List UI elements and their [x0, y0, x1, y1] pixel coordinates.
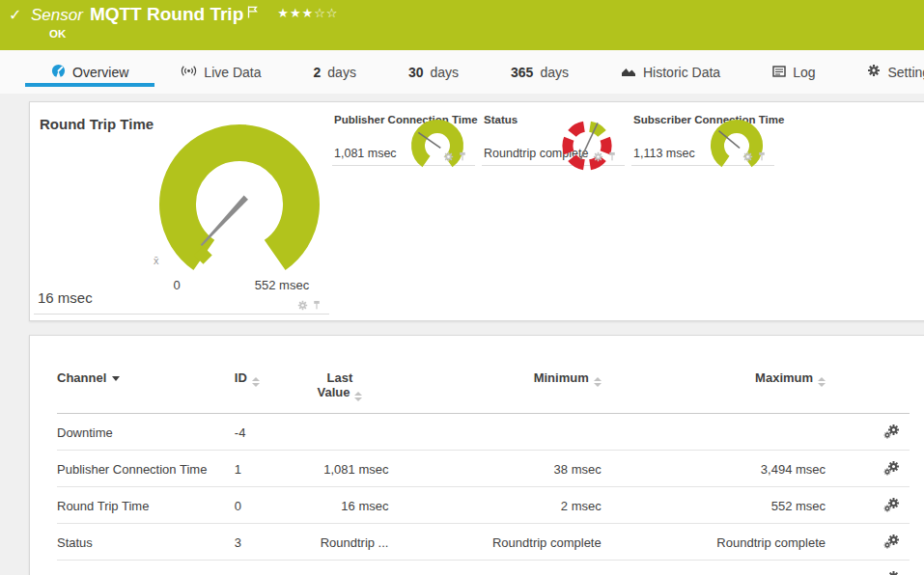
- status-ok-check-icon: ✓: [9, 6, 21, 24]
- table-header-row: Channel ID LastValue Minimum Maximum: [57, 370, 910, 414]
- channel-settings-icon[interactable]: [883, 534, 900, 548]
- gauge-max-label: 552 msec: [240, 278, 323, 292]
- gauge-value: 1,081 msec: [334, 147, 397, 160]
- channel-maximum: Roundtrip complete: [602, 524, 826, 561]
- status-gauge: [559, 116, 615, 172]
- channel-last-value: 1,081 msec: [291, 451, 388, 487]
- column-header-id[interactable]: ID: [235, 370, 292, 414]
- sort-icon: [818, 377, 826, 387]
- gauge-round-trip-time: Round Trip Time x̄ 0 552 msec 16 msec: [34, 106, 329, 315]
- gauge-value: 16 msec: [38, 289, 93, 306]
- tab-number: 30: [408, 65, 424, 80]
- subscriber-gauge: [709, 116, 765, 172]
- channels-table: Channel ID LastValue Minimum Maximum Dow…: [57, 370, 910, 575]
- column-header-last-value[interactable]: LastValue: [291, 370, 388, 414]
- sensor-kind-label: Sensor: [31, 4, 83, 25]
- channel-settings-icon[interactable]: [883, 460, 900, 475]
- mean-marker: x̄: [154, 255, 159, 266]
- gear-icon[interactable]: [443, 151, 454, 162]
- table-row: Subscriber Connection Time 2 1,113 msec …: [57, 561, 910, 575]
- pin-icon[interactable]: [607, 151, 617, 162]
- table-row: Downtime -4: [57, 414, 910, 451]
- channel-maximum: 552 msec: [602, 487, 826, 524]
- channel-id: 2: [235, 561, 292, 575]
- channel-name: Round Trip Time: [57, 487, 235, 524]
- status-badge: OK: [49, 28, 339, 40]
- channel-settings-icon[interactable]: [883, 424, 900, 438]
- gauge-status: Status Roundtrip complete: [482, 106, 625, 166]
- channel-settings-icon[interactable]: [883, 497, 900, 511]
- column-header-minimum[interactable]: Minimum: [388, 370, 601, 414]
- channel-last-value: 1,113 msec: [291, 561, 388, 575]
- sort-icon: [252, 377, 260, 387]
- channel-id: 0: [235, 487, 292, 524]
- live-data-icon: [181, 65, 197, 80]
- column-header-channel[interactable]: Channel: [57, 370, 235, 414]
- table-row: Status 3 Roundtrip ... Roundtrip complet…: [57, 524, 910, 561]
- tab-number: 365: [511, 65, 533, 80]
- gear-icon[interactable]: [742, 151, 753, 162]
- tab-number: 2: [314, 65, 322, 80]
- channel-minimum: 38 msec: [388, 451, 601, 487]
- channel-id: -4: [235, 414, 292, 451]
- channel-maximum: 3,494 msec: [602, 451, 826, 487]
- tab-log[interactable]: Log: [746, 50, 841, 94]
- sensor-title-block: Sensor MQTT Round Trip ★★★☆☆ OK: [31, 4, 339, 40]
- tab-settings[interactable]: Settings: [841, 50, 924, 94]
- sort-icon: [354, 392, 362, 401]
- column-header-maximum[interactable]: Maximum: [602, 370, 826, 414]
- gauge-icon: [51, 64, 66, 81]
- tab-label: days: [430, 65, 459, 80]
- overview-content: Round Trip Time x̄ 0 552 msec 16 msec Pu…: [0, 94, 924, 575]
- tab-30-days[interactable]: 30 days: [382, 50, 485, 94]
- pin-icon[interactable]: [458, 151, 467, 162]
- gauge-value: 1,113 msec: [633, 147, 695, 160]
- log-icon: [772, 65, 786, 80]
- pin-icon[interactable]: [312, 300, 322, 311]
- channel-name: Status: [57, 524, 235, 561]
- channel-minimum: [388, 414, 601, 451]
- tab-historic-data[interactable]: Historic Data: [595, 50, 746, 94]
- stars-filled: ★★★: [277, 6, 314, 20]
- tab-live-data[interactable]: Live Data: [154, 50, 287, 94]
- tab-label: days: [327, 65, 356, 80]
- channel-name: Downtime: [57, 414, 235, 451]
- channel-id: 3: [235, 524, 292, 561]
- channel-minimum: Roundtrip complete: [388, 524, 601, 561]
- tab-label: Live Data: [204, 65, 261, 80]
- channels-panel: Channel ID LastValue Minimum Maximum Dow…: [29, 335, 924, 575]
- gear-icon[interactable]: [593, 151, 603, 162]
- sort-desc-icon: [112, 376, 120, 381]
- channel-maximum: 3,418 msec: [602, 561, 826, 575]
- channel-id: 1: [235, 451, 292, 487]
- channel-minimum: 2 msec: [388, 487, 601, 524]
- historic-data-icon: [621, 65, 636, 80]
- tab-365-days[interactable]: 365 days: [485, 50, 595, 94]
- column-header-actions: [826, 370, 910, 414]
- gauge-title: Status: [484, 114, 518, 125]
- pin-icon[interactable]: [757, 151, 767, 162]
- round-trip-gauge: [128, 116, 350, 293]
- table-row: Publisher Connection Time 1 1,081 msec 3…: [57, 451, 910, 487]
- page-title: MQTT Round Trip: [90, 4, 243, 25]
- channel-settings-icon[interactable]: [883, 570, 900, 575]
- gear-icon[interactable]: [297, 300, 308, 311]
- gear-icon: [867, 64, 881, 80]
- channel-minimum: 40 msec: [388, 561, 601, 575]
- sort-icon: [594, 377, 602, 387]
- stars-empty: ☆☆: [314, 6, 338, 20]
- tab-2-days[interactable]: 2 days: [288, 50, 382, 94]
- channel-maximum: [602, 414, 826, 451]
- priority-stars[interactable]: ★★★☆☆: [277, 6, 338, 20]
- tab-overview[interactable]: Overview: [25, 50, 154, 94]
- channel-last-value: [291, 414, 388, 451]
- tab-label: days: [540, 65, 569, 80]
- gauges-panel: Round Trip Time x̄ 0 552 msec 16 msec Pu…: [29, 101, 924, 321]
- channel-name: Publisher Connection Time: [57, 451, 235, 487]
- tab-label: Settings: [887, 65, 924, 80]
- gauge-publisher-connection-time: Publisher Connection Time 1,081 msec: [332, 106, 475, 166]
- table-row: Round Trip Time 0 16 msec 2 msec 552 mse…: [57, 487, 910, 524]
- tab-label: Overview: [72, 65, 128, 80]
- flag-icon[interactable]: [247, 5, 258, 22]
- channel-last-value: Roundtrip ...: [291, 524, 388, 561]
